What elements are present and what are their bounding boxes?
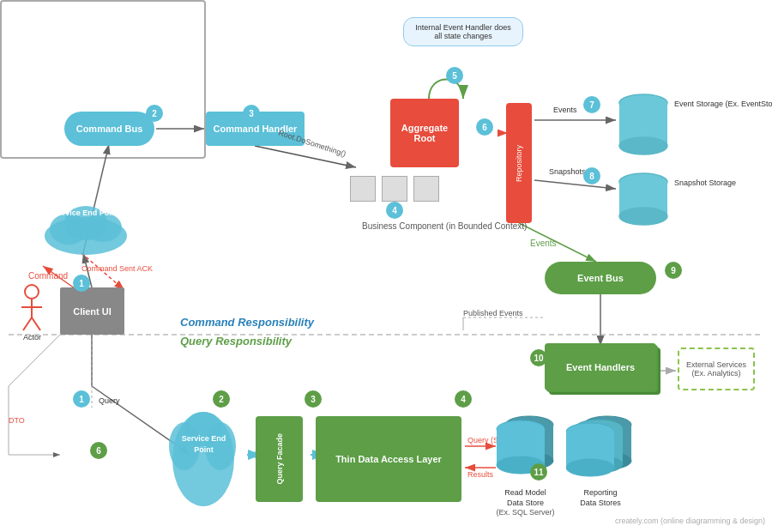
published-events-label: Published Events (463, 309, 523, 317)
number-8: 8 (583, 167, 600, 184)
number-4-query: 4 (455, 390, 472, 408)
thin-data-access-node: Thin Data Access Layer (316, 416, 461, 502)
number-4: 4 (386, 202, 403, 219)
command-responsibility-label: Command Responsibility (180, 316, 314, 329)
snapshot-storage-label: Snapshot Storage (674, 178, 736, 187)
command-bus-node: Command Bus (64, 112, 154, 146)
number-10: 10 (530, 349, 547, 366)
number-7: 7 (583, 96, 600, 113)
number-1-query: 1 (73, 390, 90, 408)
results-label: Results (467, 470, 493, 479)
number-3-query: 3 (305, 390, 322, 408)
service-end-point-top-label: Service End Point (39, 209, 133, 217)
event-bus-label: Event Bus (577, 273, 624, 283)
number-3: 3 (243, 105, 260, 122)
reporting-stores-label: ReportingData Stores (566, 488, 635, 508)
number-6-dto: 6 (90, 442, 107, 459)
query-responsibility-label: Query Responsibility (180, 335, 292, 348)
svg-point-41 (25, 285, 39, 299)
repository-label: Repository (515, 144, 523, 181)
read-model-store-label: Read ModelData Store(Ex. SQL Server) (493, 488, 558, 518)
svg-point-64 (566, 459, 614, 476)
client-ui-label: Client UI (73, 306, 112, 317)
query-label: Query (99, 396, 120, 405)
actor-figure: Actor (17, 283, 47, 342)
tooltip-bubble: Internal Event Handler does all state ch… (403, 17, 523, 46)
read-model-store-node: Read ModelData Store(Ex. SQL Server) (493, 412, 558, 518)
snapshots-label: Snapshots (549, 167, 586, 176)
command-label: Command (28, 271, 68, 281)
events-label-1: Events (530, 239, 557, 248)
tooltip-text: Internal Event Handler does all state ch… (415, 23, 511, 40)
bc-box2 (382, 176, 407, 202)
event-handlers-label: Event Handlers (566, 362, 635, 372)
external-services-node: External Services (Ex. Analytics) (678, 348, 755, 390)
number-2-query: 2 (213, 390, 230, 408)
client-ui-node: Client UI (60, 287, 124, 335)
service-end-point-top: Service End Point (39, 193, 133, 259)
command-bus-label: Command Bus (76, 124, 143, 134)
svg-point-36 (619, 208, 667, 225)
aggregate-root-node: Aggregate Root (390, 99, 459, 167)
service-end-point-bottom-label: Service EndPoint (167, 433, 240, 455)
number-11: 11 (530, 463, 547, 481)
reporting-stores-node: ReportingData Stores (566, 412, 635, 508)
number-9: 9 (665, 262, 682, 279)
query-facade-label: Query Facade (275, 433, 284, 485)
bc-box3 (413, 176, 439, 202)
repository-node: Repository (506, 103, 532, 223)
thin-data-access-label: Thin Data Access Layer (335, 454, 442, 464)
diagram-area: { "title": "CQRS Event Sourcing Architec… (0, 0, 772, 532)
number-1-command: 1 (73, 275, 90, 292)
svg-point-40 (84, 213, 122, 242)
svg-line-44 (23, 317, 32, 330)
number-6: 6 (476, 118, 493, 136)
external-services-label: External Services (Ex. Analytics) (679, 360, 753, 378)
event-storage-label: Event Storage (Ex. EventStore) (674, 100, 772, 108)
service-end-point-bottom: Service EndPoint (167, 408, 240, 512)
number-5: 5 (446, 67, 463, 84)
number-2: 2 (146, 105, 163, 122)
query-facade-node: Query Facade (256, 416, 303, 502)
dto-label: DTO (9, 416, 25, 425)
business-component-label: Business Component (in Bounded Context) (362, 221, 527, 231)
svg-line-14 (534, 180, 616, 189)
svg-point-33 (619, 137, 667, 154)
svg-line-45 (32, 317, 40, 330)
aggregate-root-label: Aggregate Root (390, 123, 459, 143)
watermark: creately.com (online diagramming & desig… (615, 517, 765, 525)
svg-line-27 (9, 335, 60, 386)
event-bus-node: Event Bus (545, 262, 656, 294)
event-handlers-node: Event Handlers (545, 343, 656, 390)
events-label-2: Events (553, 106, 577, 114)
command-sent-ack-label: Command Sent ACK (81, 264, 153, 273)
event-storage-node: Event Storage (Ex. EventStore) (616, 93, 672, 159)
bc-box1 (350, 176, 376, 202)
snapshot-storage-node: Snapshot Storage (616, 172, 672, 229)
